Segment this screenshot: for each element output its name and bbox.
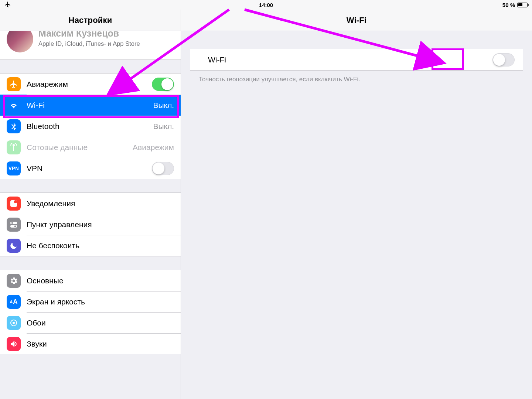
wifi-hint: Точность геопозиции улучшается, если вкл… (199, 76, 523, 83)
settings-group-notifications: Уведомления Пункт управления Не беспокои… (0, 192, 181, 256)
bluetooth-value: Выкл. (153, 122, 174, 131)
bluetooth-icon (7, 119, 21, 133)
sidebar-item-general[interactable]: Основные (0, 270, 181, 291)
svg-point-5 (14, 225, 16, 227)
account-subtitle: Apple ID, iCloud, iTunes- и App Store (38, 40, 140, 47)
sounds-icon (7, 337, 21, 351)
sidebar-item-wifi[interactable]: Wi-Fi Выкл. (0, 95, 181, 116)
status-bar: 14:00 50 % (0, 0, 532, 10)
wifi-label: Wi-Fi (27, 101, 149, 110)
account-name: Максим Кузнецов (38, 31, 140, 38)
cellular-label: Сотовые данные (27, 143, 129, 152)
vpn-icon: VPN (7, 161, 21, 175)
detail-title: Wi-Fi (181, 10, 532, 31)
wallpaper-icon (7, 316, 21, 330)
wallpaper-label: Обои (27, 318, 174, 327)
airplane-icon (7, 77, 21, 91)
notifications-label: Уведомления (27, 199, 174, 208)
sounds-label: Звуки (27, 340, 174, 348)
apple-id-row[interactable]: Максим Кузнецов Apple ID, iCloud, iTunes… (0, 31, 181, 60)
svg-point-7 (13, 322, 15, 324)
sidebar-item-wallpaper[interactable]: Обои (0, 312, 181, 333)
airplane-toggle[interactable] (152, 78, 174, 91)
control-center-label: Пункт управления (27, 220, 174, 229)
battery-percent: 50 % (502, 2, 515, 8)
sidebar-item-vpn[interactable]: VPN VPN (0, 158, 181, 179)
sidebar-item-sounds[interactable]: Звуки (0, 333, 181, 354)
sidebar-item-control-center[interactable]: Пункт управления (0, 214, 181, 235)
sidebar-item-airplane[interactable]: Авиарежим (0, 74, 181, 95)
vpn-label: VPN (27, 164, 152, 173)
svg-point-4 (11, 222, 13, 224)
bluetooth-label: Bluetooth (27, 122, 149, 131)
airplane-label: Авиарежим (27, 80, 152, 89)
gear-icon (7, 274, 21, 288)
detail-pane: Wi-Fi Wi-Fi Точность геопозиции улучшает… (181, 10, 532, 399)
moon-icon (7, 239, 21, 253)
dnd-label: Не беспокоить (27, 241, 174, 250)
wifi-icon (7, 98, 21, 112)
cellular-value: Авиарежим (133, 143, 174, 152)
status-time: 14:00 (259, 2, 273, 8)
sidebar-item-display[interactable]: AA Экран и яркость (0, 291, 181, 312)
sidebar-item-dnd[interactable]: Не беспокоить (0, 235, 181, 256)
sidebar-title: Настройки (0, 10, 181, 31)
settings-group-connectivity: Авиарежим Wi-Fi Выкл. Bluetooth Выкл. (0, 73, 181, 179)
sidebar-item-bluetooth[interactable]: Bluetooth Выкл. (0, 116, 181, 137)
sidebar-item-notifications[interactable]: Уведомления (0, 193, 181, 214)
notifications-icon (7, 197, 21, 211)
display-label: Экран и яркость (27, 297, 174, 306)
display-icon: AA (7, 295, 21, 309)
battery-icon (517, 3, 528, 7)
wifi-toggle-card: Wi-Fi (190, 49, 523, 71)
vpn-toggle[interactable] (152, 162, 174, 175)
wifi-value: Выкл. (153, 101, 174, 110)
cellular-icon (7, 140, 21, 154)
svg-point-1 (14, 200, 17, 203)
sidebar-item-cellular: Сотовые данные Авиарежим (0, 137, 181, 158)
wifi-detail-label: Wi-Fi (208, 55, 492, 64)
avatar (7, 31, 33, 52)
airplane-mode-status-icon (4, 1, 11, 9)
wifi-toggle[interactable] (492, 53, 515, 66)
settings-sidebar: Настройки Максим Кузнецов Apple ID, iClo… (0, 10, 181, 399)
general-label: Основные (27, 276, 174, 285)
control-center-icon (7, 218, 21, 232)
settings-group-general: Основные AA Экран и яркость Обои (0, 270, 181, 354)
wifi-toggle-row[interactable]: Wi-Fi (190, 49, 523, 70)
